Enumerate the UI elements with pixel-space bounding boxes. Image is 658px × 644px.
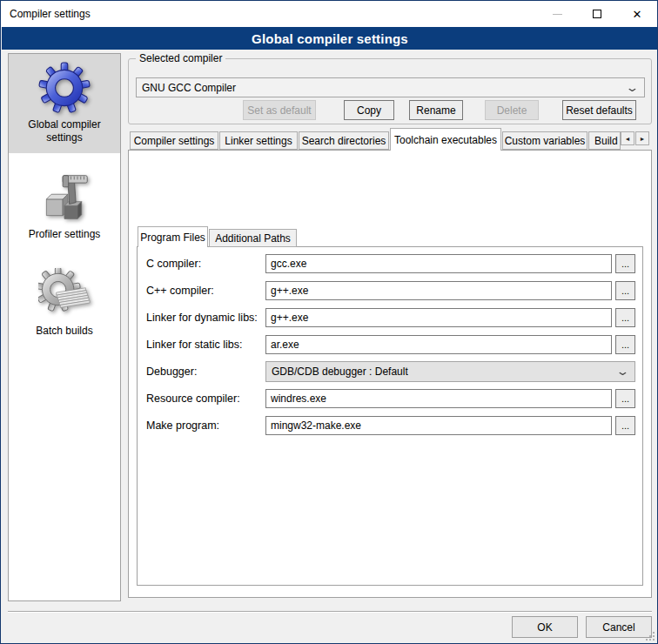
tab-scroll-right-button[interactable]: ► — [635, 131, 649, 145]
static-linker-input[interactable] — [265, 335, 612, 354]
field-row-make-program: Make program: ... — [146, 415, 635, 436]
sidebar-item-label: Global compiler settings — [10, 118, 118, 144]
button-label: Delete — [497, 104, 527, 117]
dynamic-linker-label: Linker for dynamic libs: — [146, 312, 265, 324]
field-row-c-compiler: C compiler: ... — [146, 253, 635, 274]
compiler-settings-dialog: Compiler settings ✕ Global compiler sett… — [0, 0, 658, 644]
static-linker-label: Linker for static libs: — [146, 339, 265, 351]
caliper-icon — [38, 171, 91, 224]
chevron-down-icon: ⌄ — [615, 368, 629, 375]
sidebar-item-global-compiler-settings[interactable]: Global compiler settings — [9, 54, 120, 153]
footer-divider — [8, 611, 652, 613]
button-label: Cancel — [602, 621, 634, 634]
button-label: Rename — [416, 104, 455, 117]
tab-toolchain-executables[interactable]: Toolchain executables — [390, 128, 501, 151]
subtab-program-files[interactable]: Program Files — [138, 226, 208, 247]
selected-compiler-group-label: Selected compiler — [136, 52, 225, 64]
sidebar-item-label: Profiler settings — [29, 228, 101, 241]
c-compiler-input[interactable] — [265, 254, 612, 273]
cpp-compiler-browse-button[interactable]: ... — [615, 281, 635, 300]
ellipsis-icon: ... — [621, 339, 629, 350]
resize-grip[interactable] — [646, 632, 655, 641]
resource-compiler-input[interactable] — [265, 389, 612, 408]
ellipsis-icon: ... — [621, 420, 629, 431]
set-as-default-button[interactable]: Set as default — [243, 100, 316, 120]
copy-button[interactable]: Copy — [344, 100, 394, 120]
title-bar[interactable]: Compiler settings ✕ — [1, 1, 657, 27]
tab-custom-variables[interactable]: Custom variables — [502, 131, 588, 150]
c-compiler-label: C compiler: — [146, 258, 265, 270]
debugger-label: Debugger: — [146, 366, 265, 378]
debugger-select[interactable]: GDB/CDB debugger : Default ⌄ — [265, 361, 635, 382]
cancel-button[interactable]: Cancel — [586, 616, 652, 638]
tab-label: Build options — [594, 135, 621, 147]
ellipsis-icon: ... — [621, 285, 629, 296]
debugger-select-value: GDB/CDB debugger : Default — [272, 366, 618, 378]
arrow-left-icon: ◄ — [625, 136, 631, 142]
blue-gear-icon — [38, 62, 91, 114]
ellipsis-icon: ... — [621, 393, 629, 404]
c-compiler-browse-button[interactable]: ... — [615, 254, 635, 273]
tab-scroll-left-button[interactable]: ◄ — [621, 131, 634, 145]
window-title: Compiler settings — [10, 8, 91, 20]
cpp-compiler-label: C++ compiler: — [146, 285, 265, 297]
make-program-input[interactable] — [265, 416, 612, 435]
make-program-browse-button[interactable]: ... — [615, 416, 635, 435]
close-icon: ✕ — [633, 9, 642, 20]
ok-button[interactable]: OK — [512, 616, 578, 638]
arrow-right-icon: ► — [640, 136, 646, 142]
cpp-compiler-input[interactable] — [265, 281, 612, 300]
field-row-static-linker: Linker for static libs: ... — [146, 334, 635, 355]
program-files-panel: C compiler: ... C++ compiler: ... Linker… — [137, 246, 643, 586]
tab-label: Additional Paths — [215, 232, 291, 245]
tab-label: Search directories — [302, 135, 386, 147]
resource-compiler-label: Resource compiler: — [146, 392, 265, 405]
close-button[interactable]: ✕ — [617, 1, 657, 27]
tab-label: Toolchain executables — [394, 134, 497, 146]
maximize-icon — [593, 10, 601, 18]
field-row-cpp-compiler: C++ compiler: ... — [146, 280, 635, 301]
field-row-resource-compiler: Resource compiler: ... — [146, 388, 635, 409]
page-title: Global compiler settings — [252, 31, 408, 46]
field-row-debugger: Debugger: GDB/CDB debugger : Default ⌄ — [146, 361, 635, 382]
tab-build-options[interactable]: Build options — [588, 131, 621, 150]
tab-label: Linker settings — [225, 135, 292, 147]
gray-gear-stack-icon — [38, 268, 91, 320]
subtab-additional-paths[interactable]: Additional Paths — [209, 229, 297, 247]
delete-button[interactable]: Delete — [485, 100, 539, 120]
page-banner: Global compiler settings — [2, 27, 658, 50]
make-program-label: Make program: — [146, 419, 265, 432]
resource-compiler-browse-button[interactable]: ... — [615, 389, 635, 408]
tab-label: Compiler settings — [134, 135, 215, 147]
chevron-down-icon: ⌄ — [625, 84, 639, 91]
sidebar-item-batch-builds[interactable]: Batch builds — [9, 260, 120, 346]
tab-search-directories[interactable]: Search directories — [299, 131, 389, 150]
settings-category-list: Global compiler settings — [8, 53, 121, 601]
button-label: Copy — [357, 104, 381, 117]
compiler-select-value: GNU GCC Compiler — [142, 82, 628, 94]
field-row-dynamic-linker: Linker for dynamic libs: ... — [146, 307, 635, 328]
maximize-button[interactable] — [577, 1, 617, 27]
sidebar-item-profiler-settings[interactable]: Profiler settings — [9, 164, 120, 250]
tab-label: Custom variables — [505, 135, 586, 147]
rename-button[interactable]: Rename — [409, 100, 463, 120]
tab-label: Program Files — [140, 231, 205, 244]
ellipsis-icon: ... — [621, 258, 629, 269]
compiler-select[interactable]: GNU GCC Compiler ⌄ — [136, 77, 645, 97]
reset-defaults-button[interactable]: Reset defaults — [562, 100, 636, 120]
tab-compiler-settings[interactable]: Compiler settings — [130, 131, 218, 150]
minimize-button[interactable] — [537, 1, 577, 27]
ellipsis-icon: ... — [621, 312, 629, 323]
button-label: OK — [537, 621, 552, 634]
sidebar-item-label: Batch builds — [36, 325, 92, 338]
minimize-icon — [553, 14, 562, 15]
static-linker-browse-button[interactable]: ... — [615, 335, 635, 354]
button-label: Set as default — [247, 104, 311, 117]
dynamic-linker-browse-button[interactable]: ... — [615, 308, 635, 327]
button-label: Reset defaults — [566, 104, 633, 117]
tab-linker-settings[interactable]: Linker settings — [219, 131, 298, 150]
dynamic-linker-input[interactable] — [265, 308, 612, 327]
